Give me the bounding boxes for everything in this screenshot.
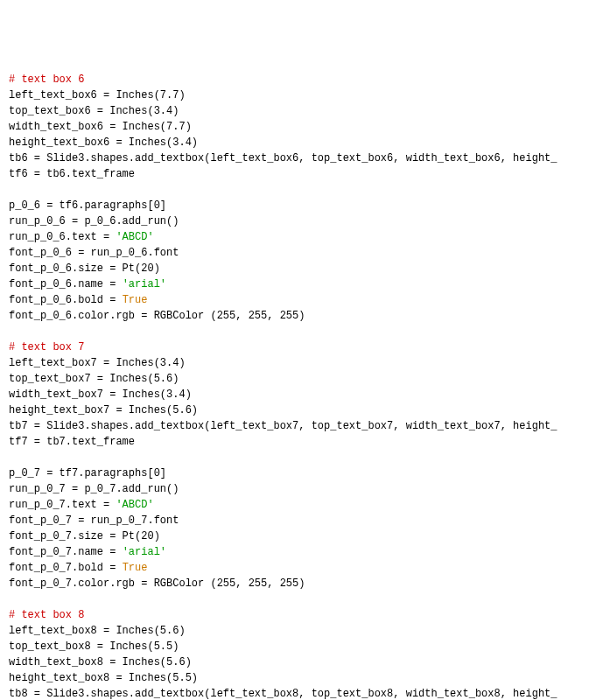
code-text: tb7 = Slide3.shapes.add_textbox(left_tex… <box>9 420 557 432</box>
code-text: left_text_box6 = Inches(7.7) <box>9 89 186 102</box>
code-line: tf6 = tb6.text_frame <box>9 166 601 182</box>
code-line: p_0_7 = tf7.paragraphs[0] <box>9 466 601 481</box>
code-line: run_p_0_7.text = 'ABCD' <box>9 497 601 513</box>
code-line: top_text_box7 = Inches(5.6) <box>9 371 601 387</box>
code-line <box>9 182 601 198</box>
code-line: font_p_0_6 = run_p_0_6.font <box>9 245 601 261</box>
code-line: tb8 = Slide3.shapes.add_textbox(left_tex… <box>9 686 601 700</box>
code-text: p_0_7 = tf7.paragraphs[0] <box>9 467 166 480</box>
code-text: width_text_box7 = Inches(3.4) <box>9 388 192 401</box>
string-literal: 'ABCD' <box>116 499 153 511</box>
code-text: run_p_0_6.text = <box>9 231 116 243</box>
code-text: font_p_0_7.bold = <box>9 562 123 574</box>
code-line: p_0_6 = tf6.paragraphs[0] <box>9 198 601 214</box>
code-line: left_text_box6 = Inches(7.7) <box>9 88 601 103</box>
code-text: p_0_6 = tf6.paragraphs[0] <box>9 200 166 212</box>
code-text: tb6 = Slide3.shapes.add_textbox(left_tex… <box>9 152 557 164</box>
code-text: run_p_0_7 = p_0_7.add_run() <box>9 483 179 495</box>
code-text: font_p_0_6.bold = <box>9 294 123 306</box>
code-line: font_p_0_7.color.rgb = RGBColor (255, 25… <box>9 576 601 592</box>
comment: # text box 7 <box>9 341 84 354</box>
code-line: width_text_box6 = Inches(7.7) <box>9 119 601 135</box>
code-text: height_text_box7 = Inches(5.6) <box>9 404 198 416</box>
code-text: top_text_box7 = Inches(5.6) <box>9 373 179 385</box>
code-text: font_p_0_6.color.rgb = RGBColor (255, 25… <box>9 310 305 322</box>
code-line: font_p_0_6.color.rgb = RGBColor (255, 25… <box>9 308 601 324</box>
code-line: run_p_0_7 = p_0_7.add_run() <box>9 481 601 497</box>
code-text: run_p_0_6 = p_0_6.add_run() <box>9 215 179 228</box>
code-line: tf7 = tb7.text_frame <box>9 434 601 450</box>
code-line: run_p_0_6.text = 'ABCD' <box>9 229 601 245</box>
code-text: font_p_0_6 = run_p_0_6.font <box>9 247 179 259</box>
code-line: width_text_box7 = Inches(3.4) <box>9 387 601 402</box>
code-text: width_text_box8 = Inches(5.6) <box>9 656 192 668</box>
code-line: left_text_box8 = Inches(5.6) <box>9 623 601 639</box>
code-line: left_text_box7 = Inches(3.4) <box>9 355 601 371</box>
code-line: height_text_box7 = Inches(5.6) <box>9 402 601 418</box>
code-text: left_text_box7 = Inches(3.4) <box>9 357 186 369</box>
code-text: tf6 = tb6.text_frame <box>9 168 135 180</box>
code-line: # text box 6 <box>9 72 601 88</box>
code-line: font_p_0_6.name = 'arial' <box>9 276 601 292</box>
code-line: width_text_box8 = Inches(5.6) <box>9 654 601 670</box>
comment: # text box 6 <box>9 74 84 86</box>
code-text: height_text_box8 = Inches(5.5) <box>9 672 198 684</box>
code-line: font_p_0_6.size = Pt(20) <box>9 261 601 276</box>
comment: # text box 8 <box>9 609 84 621</box>
code-text: font_p_0_7.name = <box>9 546 123 558</box>
code-text: font_p_0_7 = run_p_0_7.font <box>9 514 179 527</box>
code-text: run_p_0_7.text = <box>9 499 116 511</box>
code-text: font_p_0_6.name = <box>9 278 123 290</box>
code-text: height_text_box6 = Inches(3.4) <box>9 136 198 149</box>
code-line: font_p_0_7.bold = True <box>9 560 601 576</box>
code-line <box>9 592 601 607</box>
code-text: font_p_0_7.color.rgb = RGBColor (255, 25… <box>9 578 305 590</box>
code-line: tb7 = Slide3.shapes.add_textbox(left_tex… <box>9 418 601 434</box>
code-text: left_text_box8 = Inches(5.6) <box>9 625 186 637</box>
code-line: font_p_0_6.bold = True <box>9 292 601 308</box>
code-text: font_p_0_7.size = Pt(20) <box>9 530 160 542</box>
code-line: tb6 = Slide3.shapes.add_textbox(left_tex… <box>9 150 601 166</box>
code-text: top_text_box6 = Inches(3.4) <box>9 105 179 117</box>
string-literal: 'arial' <box>123 546 166 558</box>
code-line: font_p_0_7.size = Pt(20) <box>9 528 601 544</box>
code-block: # text box 6left_text_box6 = Inches(7.7)… <box>9 72 601 700</box>
code-text: tf7 = tb7.text_frame <box>9 436 135 448</box>
string-literal: 'arial' <box>123 278 166 290</box>
code-line: run_p_0_6 = p_0_6.add_run() <box>9 214 601 229</box>
code-line: height_text_box8 = Inches(5.5) <box>9 670 601 686</box>
code-line: # text box 8 <box>9 607 601 623</box>
code-line: font_p_0_7.name = 'arial' <box>9 544 601 560</box>
code-line: top_text_box6 = Inches(3.4) <box>9 103 601 119</box>
code-text: tb8 = Slide3.shapes.add_textbox(left_tex… <box>9 688 557 700</box>
code-line: top_text_box8 = Inches(5.5) <box>9 639 601 654</box>
constant: True <box>123 294 148 306</box>
code-line <box>9 450 601 466</box>
code-line: font_p_0_7 = run_p_0_7.font <box>9 513 601 528</box>
string-literal: 'ABCD' <box>116 231 153 243</box>
code-line: height_text_box6 = Inches(3.4) <box>9 135 601 150</box>
code-text: width_text_box6 = Inches(7.7) <box>9 121 192 133</box>
code-text: font_p_0_6.size = Pt(20) <box>9 262 160 275</box>
code-line: # text box 7 <box>9 340 601 355</box>
constant: True <box>123 562 148 574</box>
code-line <box>9 324 601 340</box>
code-text: top_text_box8 = Inches(5.5) <box>9 640 179 653</box>
